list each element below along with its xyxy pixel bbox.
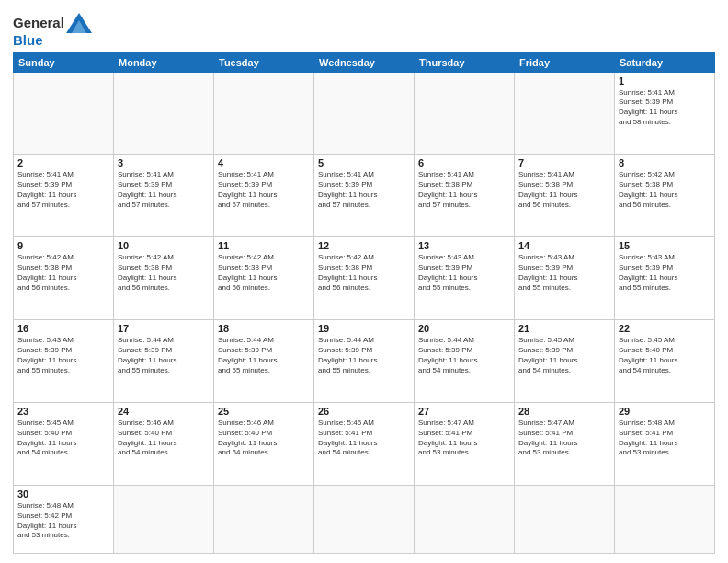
day-number: 21	[518, 323, 610, 334]
cell-info: Sunrise: 5:47 AM Sunset: 5:41 PM Dayligh…	[418, 419, 510, 458]
cell-info: Sunrise: 5:45 AM Sunset: 5:39 PM Dayligh…	[518, 336, 610, 375]
cell-info: Sunrise: 5:46 AM Sunset: 5:41 PM Dayligh…	[318, 419, 410, 458]
day-number: 27	[418, 406, 510, 417]
calendar-cell: 7Sunrise: 5:41 AM Sunset: 5:38 PM Daylig…	[515, 155, 615, 237]
col-header-sunday: Sunday	[14, 52, 114, 72]
calendar-cell	[615, 485, 715, 553]
cell-info: Sunrise: 5:44 AM Sunset: 5:39 PM Dayligh…	[418, 336, 510, 375]
calendar-row-1: 2Sunrise: 5:41 AM Sunset: 5:39 PM Daylig…	[14, 155, 715, 237]
calendar-cell: 24Sunrise: 5:46 AM Sunset: 5:40 PM Dayli…	[114, 403, 214, 486]
cell-info: Sunrise: 5:41 AM Sunset: 5:38 PM Dayligh…	[518, 170, 610, 210]
calendar-cell: 6Sunrise: 5:41 AM Sunset: 5:38 PM Daylig…	[415, 155, 515, 237]
day-number: 1	[619, 75, 711, 86]
col-header-saturday: Saturday	[615, 52, 715, 72]
day-number: 24	[118, 406, 210, 417]
calendar-cell: 21Sunrise: 5:45 AM Sunset: 5:39 PM Dayli…	[515, 320, 615, 403]
cell-info: Sunrise: 5:42 AM Sunset: 5:38 PM Dayligh…	[318, 253, 410, 293]
calendar-cell: 20Sunrise: 5:44 AM Sunset: 5:39 PM Dayli…	[415, 320, 515, 403]
cell-info: Sunrise: 5:45 AM Sunset: 5:40 PM Dayligh…	[17, 419, 109, 458]
calendar-cell: 11Sunrise: 5:42 AM Sunset: 5:38 PM Dayli…	[214, 237, 314, 320]
calendar-cell	[415, 72, 515, 155]
cell-info: Sunrise: 5:44 AM Sunset: 5:39 PM Dayligh…	[318, 336, 410, 375]
cell-info: Sunrise: 5:42 AM Sunset: 5:38 PM Dayligh…	[17, 253, 109, 293]
cell-info: Sunrise: 5:43 AM Sunset: 5:39 PM Dayligh…	[17, 336, 109, 375]
day-number: 14	[518, 240, 610, 251]
calendar-cell: 9Sunrise: 5:42 AM Sunset: 5:38 PM Daylig…	[14, 237, 114, 320]
cell-info: Sunrise: 5:43 AM Sunset: 5:39 PM Dayligh…	[518, 253, 610, 293]
calendar-cell	[314, 485, 415, 553]
calendar-table: SundayMondayTuesdayWednesdayThursdayFrid…	[13, 52, 715, 555]
calendar-cell: 15Sunrise: 5:43 AM Sunset: 5:39 PM Dayli…	[615, 237, 715, 320]
logo-blue-text: Blue	[13, 33, 92, 49]
calendar-cell: 4Sunrise: 5:41 AM Sunset: 5:39 PM Daylig…	[214, 155, 314, 237]
calendar-cell: 8Sunrise: 5:42 AM Sunset: 5:38 PM Daylig…	[615, 155, 715, 237]
calendar-cell: 25Sunrise: 5:46 AM Sunset: 5:40 PM Dayli…	[214, 403, 314, 486]
cell-info: Sunrise: 5:41 AM Sunset: 5:39 PM Dayligh…	[619, 88, 711, 128]
calendar-cell: 17Sunrise: 5:44 AM Sunset: 5:39 PM Dayli…	[114, 320, 214, 403]
cell-info: Sunrise: 5:45 AM Sunset: 5:40 PM Dayligh…	[619, 336, 711, 375]
day-number: 9	[17, 240, 109, 251]
calendar-cell: 10Sunrise: 5:42 AM Sunset: 5:38 PM Dayli…	[114, 237, 214, 320]
calendar-header-row: SundayMondayTuesdayWednesdayThursdayFrid…	[14, 52, 715, 72]
cell-info: Sunrise: 5:44 AM Sunset: 5:39 PM Dayligh…	[218, 336, 310, 375]
cell-info: Sunrise: 5:46 AM Sunset: 5:40 PM Dayligh…	[218, 419, 310, 458]
day-number: 20	[418, 323, 510, 334]
cell-info: Sunrise: 5:43 AM Sunset: 5:39 PM Dayligh…	[619, 253, 711, 293]
col-header-thursday: Thursday	[415, 52, 515, 72]
calendar-cell	[415, 485, 515, 553]
cell-info: Sunrise: 5:42 AM Sunset: 5:38 PM Dayligh…	[218, 253, 310, 293]
page: General Blue SundayMondayTuesdayWednesda…	[0, 0, 728, 563]
col-header-tuesday: Tuesday	[214, 52, 314, 72]
calendar-cell: 26Sunrise: 5:46 AM Sunset: 5:41 PM Dayli…	[314, 403, 415, 486]
col-header-friday: Friday	[515, 52, 615, 72]
cell-info: Sunrise: 5:44 AM Sunset: 5:39 PM Dayligh…	[118, 336, 210, 375]
day-number: 25	[218, 406, 310, 417]
calendar-cell: 18Sunrise: 5:44 AM Sunset: 5:39 PM Dayli…	[214, 320, 314, 403]
cell-info: Sunrise: 5:42 AM Sunset: 5:38 PM Dayligh…	[619, 170, 711, 210]
day-number: 30	[17, 488, 109, 500]
calendar-cell: 12Sunrise: 5:42 AM Sunset: 5:38 PM Dayli…	[314, 237, 415, 320]
calendar-row-5: 30Sunrise: 5:48 AM Sunset: 5:42 PM Dayli…	[14, 485, 715, 553]
cell-info: Sunrise: 5:41 AM Sunset: 5:39 PM Dayligh…	[218, 170, 310, 210]
day-number: 11	[218, 240, 310, 251]
cell-info: Sunrise: 5:41 AM Sunset: 5:38 PM Dayligh…	[418, 170, 510, 210]
calendar-row-0: 1Sunrise: 5:41 AM Sunset: 5:39 PM Daylig…	[14, 72, 715, 155]
calendar-cell: 14Sunrise: 5:43 AM Sunset: 5:39 PM Dayli…	[515, 237, 615, 320]
day-number: 28	[518, 406, 610, 417]
logo-icon	[66, 13, 92, 33]
logo-general: General	[13, 15, 64, 30]
day-number: 16	[17, 323, 109, 334]
day-number: 22	[619, 323, 711, 334]
day-number: 10	[118, 240, 210, 251]
day-number: 19	[318, 323, 410, 334]
calendar-cell	[515, 72, 615, 155]
day-number: 13	[418, 240, 510, 251]
calendar-cell	[114, 72, 214, 155]
calendar-cell: 3Sunrise: 5:41 AM Sunset: 5:39 PM Daylig…	[114, 155, 214, 237]
calendar-cell	[314, 72, 415, 155]
calendar-cell	[114, 485, 214, 553]
day-number: 29	[619, 406, 711, 417]
day-number: 26	[318, 406, 410, 417]
day-number: 5	[318, 157, 410, 168]
calendar-cell: 30Sunrise: 5:48 AM Sunset: 5:42 PM Dayli…	[14, 485, 114, 553]
cell-info: Sunrise: 5:43 AM Sunset: 5:39 PM Dayligh…	[418, 253, 510, 293]
calendar-cell: 29Sunrise: 5:48 AM Sunset: 5:41 PM Dayli…	[615, 403, 715, 486]
cell-info: Sunrise: 5:42 AM Sunset: 5:38 PM Dayligh…	[118, 253, 210, 293]
day-number: 15	[619, 240, 711, 251]
day-number: 8	[619, 157, 711, 168]
calendar-cell: 16Sunrise: 5:43 AM Sunset: 5:39 PM Dayli…	[14, 320, 114, 403]
calendar-cell: 23Sunrise: 5:45 AM Sunset: 5:40 PM Dayli…	[14, 403, 114, 486]
day-number: 7	[518, 157, 610, 168]
logo-text: General	[13, 16, 64, 31]
day-number: 17	[118, 323, 210, 334]
calendar-cell: 28Sunrise: 5:47 AM Sunset: 5:41 PM Dayli…	[515, 403, 615, 486]
calendar-cell	[214, 485, 314, 553]
day-number: 6	[418, 157, 510, 168]
logo: General Blue	[13, 13, 92, 49]
calendar-cell	[515, 485, 615, 553]
day-number: 4	[218, 157, 310, 168]
col-header-monday: Monday	[114, 52, 214, 72]
col-header-wednesday: Wednesday	[314, 52, 415, 72]
calendar-cell: 13Sunrise: 5:43 AM Sunset: 5:39 PM Dayli…	[415, 237, 515, 320]
